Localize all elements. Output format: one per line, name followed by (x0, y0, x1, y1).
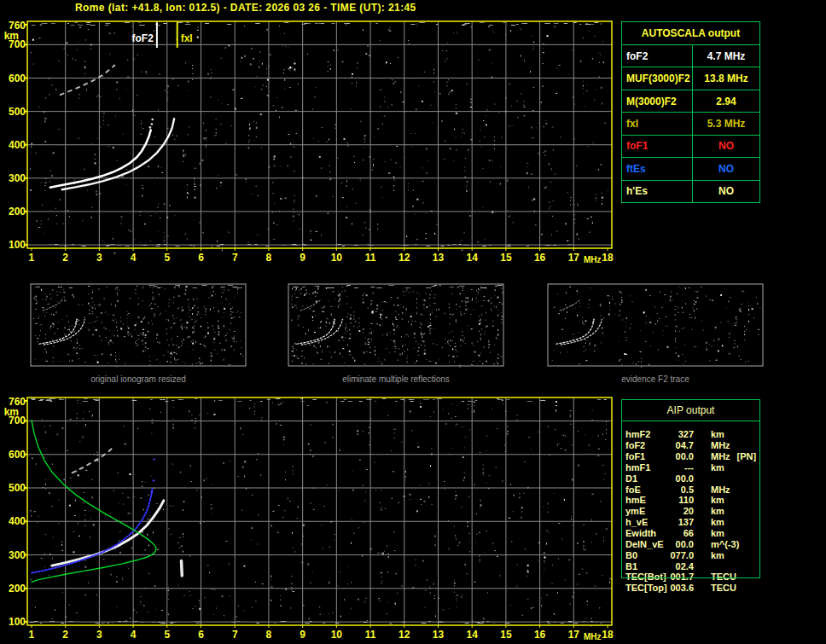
aip-row-unit: km (711, 506, 724, 516)
svg-text:600: 600 (9, 73, 26, 84)
autoscala-row-label: foF1 (622, 136, 693, 157)
aip-row-unit: km (711, 517, 724, 527)
autoscala-row: ftEs NO (622, 158, 759, 180)
aip-row-value: 110 (668, 495, 694, 505)
aip-row: ymE 20 km (625, 506, 760, 517)
aip-row-unit: km (711, 462, 724, 473)
autoscala-row: M(3000)F2 2.94 (622, 90, 759, 113)
svg-text:3: 3 (96, 252, 102, 264)
svg-text:1: 1 (29, 252, 35, 264)
svg-text:9: 9 (300, 252, 305, 264)
svg-text:500: 500 (9, 482, 26, 494)
aip-row-label: foF2 (625, 440, 668, 450)
svg-text:600: 600 (9, 449, 26, 461)
autoscala-row: h'Es NO (622, 181, 759, 202)
autoscala-row-label: M(3000)F2 (622, 90, 693, 112)
aip-row-label: DelN_vE (625, 539, 668, 549)
svg-text:11: 11 (365, 629, 376, 641)
autoscala-row-value: NO (693, 181, 759, 202)
aip-row-unit: km (711, 495, 724, 505)
aip-row-value: 327 (668, 429, 694, 439)
svg-text:100: 100 (9, 616, 26, 628)
svg-text:7: 7 (232, 629, 238, 641)
autoscala-row-label: MUF(3000)F2 (622, 67, 693, 89)
aip-row: hmF1 --- km (625, 462, 760, 473)
svg-text:foF2: foF2 (132, 32, 154, 44)
autoscala-row-label: ftEs (622, 158, 693, 179)
svg-text:300: 300 (9, 172, 26, 184)
autoscala-header: AUTOSCALA output (622, 22, 759, 45)
svg-text:2: 2 (62, 629, 68, 641)
aip-row-label: TEC[Bot] (625, 571, 668, 582)
aip-row-label: TEC[Top] (625, 583, 668, 593)
svg-text:1: 1 (29, 629, 35, 641)
svg-text:15: 15 (500, 629, 512, 641)
aip-row: Ewidth 66 km (625, 528, 760, 539)
svg-text:3: 3 (96, 629, 102, 641)
autoscala-row-value: 4.7 MHz (693, 45, 759, 67)
svg-text:17: 17 (568, 252, 580, 264)
bottom-ionogram-plot: 123456789101112131415161718MHz7607006005… (0, 391, 619, 644)
svg-text:10: 10 (331, 252, 343, 264)
svg-text:6: 6 (198, 252, 204, 264)
autoscala-row-value: 2.94 (693, 90, 759, 112)
svg-text:4: 4 (131, 252, 137, 264)
aip-row: foF1 00.0 MHz [PN] (625, 451, 760, 462)
aip-row: TEC[Bot] 001.7 TECU (625, 571, 760, 583)
aip-row-label: B1 (625, 561, 668, 571)
thumbnail-caption-1: original ionogram resized (30, 374, 247, 384)
svg-text:400: 400 (9, 515, 26, 527)
aip-row-value: 137 (668, 517, 694, 527)
svg-text:300: 300 (9, 549, 26, 561)
aip-row-label: ymE (625, 506, 668, 516)
svg-text:100: 100 (9, 239, 26, 251)
svg-text:17: 17 (568, 629, 580, 641)
aip-row-value: 04.7 (668, 440, 694, 450)
thumbnail-eliminate-reflections (288, 283, 505, 368)
aip-row: hmF2 327 km (625, 429, 760, 440)
aip-row: B0 077.0 km (625, 549, 760, 560)
svg-text:9: 9 (300, 629, 305, 641)
svg-text:200: 200 (9, 206, 26, 218)
aip-row-label: foE (625, 484, 668, 495)
aip-row-value: 02.4 (668, 561, 694, 571)
svg-text:13: 13 (433, 629, 445, 641)
aip-row-unit: km (711, 429, 724, 439)
autoscala-row: MUF(3000)F2 13.8 MHz (622, 67, 759, 90)
aip-row-label: h_vE (625, 517, 668, 527)
aip-row: foF2 04.7 MHz (625, 440, 760, 451)
aip-row-unit: MHz (711, 440, 730, 450)
aip-row-label: hmE (625, 495, 668, 505)
autoscala-table: foF2 4.7 MHz MUF(3000)F2 13.8 MHz M(3000… (622, 45, 759, 202)
autoscala-row: foF1 NO (622, 136, 759, 158)
aip-row-value: 077.0 (668, 550, 694, 560)
svg-text:7: 7 (232, 252, 238, 264)
aip-row-value: 00.0 (668, 539, 694, 549)
svg-text:km: km (4, 406, 19, 418)
thumbnail-caption-3: evidence F2 trace (547, 374, 764, 384)
aip-row-value: 00.0 (668, 473, 694, 484)
svg-text:12: 12 (398, 252, 410, 264)
svg-text:8: 8 (266, 252, 272, 264)
svg-text:5: 5 (164, 252, 170, 264)
aip-row-value: 66 (668, 528, 694, 538)
autoscala-row-value: 13.8 MHz (693, 67, 759, 89)
svg-text:12: 12 (398, 629, 410, 641)
aip-row-label: foF1 (625, 451, 668, 461)
svg-text:15: 15 (500, 252, 512, 264)
ionogram-analysis-window: Rome (lat: +41.8, lon: 012.5) - DATE: 20… (0, 0, 826, 644)
svg-text:5: 5 (164, 629, 170, 641)
aip-row-value: --- (668, 462, 694, 473)
svg-text:14: 14 (467, 252, 479, 264)
svg-text:18: 18 (602, 629, 614, 641)
aip-table: hmF2 327 km foF2 04.7 MHz foF1 00.0 MHz (625, 429, 760, 594)
aip-row-unit: MHz (711, 451, 730, 461)
aip-row-unit: m^(-3) (711, 539, 739, 549)
autoscala-row: fxI 5.3 MHz (622, 113, 759, 135)
svg-text:13: 13 (433, 252, 445, 264)
autoscala-row: foF2 4.7 MHz (622, 45, 759, 67)
svg-text:14: 14 (467, 629, 479, 641)
aip-row: h_vE 137 km (625, 517, 760, 528)
autoscala-row-label: foF2 (622, 45, 693, 67)
aip-row-unit: km (711, 550, 724, 560)
